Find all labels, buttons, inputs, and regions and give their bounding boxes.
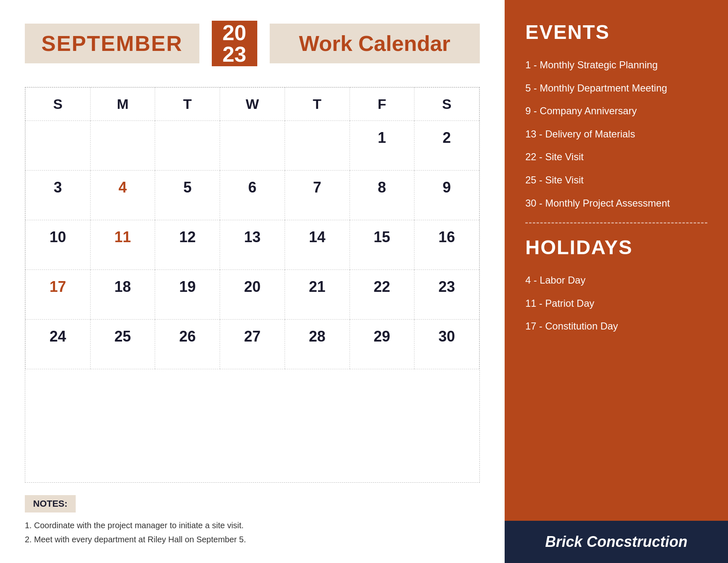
day-of-week-header: S — [26, 88, 91, 121]
calendar-header: SEPTEMBER 20 23 Work Calendar — [25, 21, 480, 66]
calendar-day-cell[interactable]: 6 — [220, 171, 285, 220]
calendar-day-cell[interactable]: 29 — [350, 320, 414, 369]
calendar-day-cell[interactable]: 16 — [414, 220, 479, 270]
year-top: 20 — [223, 22, 247, 43]
section-divider — [525, 222, 707, 224]
month-title-box: SEPTEMBER — [25, 24, 199, 63]
notes-section: NOTES: 1. Coordinate with the project ma… — [25, 495, 480, 546]
day-of-week-header: F — [350, 88, 414, 121]
day-of-week-header: S — [414, 88, 479, 121]
sidebar: EVENTS 1 - Monthly Strategic Planning5 -… — [505, 0, 728, 563]
calendar-day-cell[interactable]: 8 — [350, 171, 414, 220]
year-bottom: 23 — [223, 43, 247, 65]
calendar-day-cell[interactable]: 7 — [285, 171, 350, 220]
calendar-day-cell[interactable]: 23 — [414, 270, 479, 320]
calendar-week-row: 24252627282930 — [26, 320, 479, 369]
notes-label: NOTES: — [25, 495, 76, 512]
calendar-title: Work Calendar — [299, 31, 450, 56]
calendar-day-cell[interactable]: 2 — [414, 121, 479, 171]
calendar-day-cell[interactable]: 21 — [285, 270, 350, 320]
calendar-day-cell[interactable]: 3 — [26, 171, 91, 220]
calendar-day-cell[interactable]: 13 — [220, 220, 285, 270]
calendar-day-cell[interactable]: 28 — [285, 320, 350, 369]
main-section: SEPTEMBER 20 23 Work Calendar SMTWTFS 12… — [0, 0, 505, 563]
calendar-day-cell[interactable]: 19 — [155, 270, 220, 320]
calendar-day-cell[interactable]: 15 — [350, 220, 414, 270]
calendar-day-cell[interactable]: 24 — [26, 320, 91, 369]
calendar-day-cell[interactable]: 17 — [26, 270, 91, 320]
note-item: 2. Meet with every department at Riley H… — [25, 532, 480, 546]
month-label: SEPTEMBER — [41, 31, 183, 55]
calendar-day-cell[interactable]: 14 — [285, 220, 350, 270]
calendar-day-cell[interactable]: 27 — [220, 320, 285, 369]
event-item: 5 - Monthly Department Meeting — [525, 81, 707, 95]
day-of-week-header: W — [220, 88, 285, 121]
note-item: 1. Coordinate with the project manager t… — [25, 518, 480, 532]
notes-text: 1. Coordinate with the project manager t… — [25, 518, 480, 546]
calendar-day-cell[interactable] — [90, 121, 155, 171]
event-item: 25 - Site Visit — [525, 173, 707, 187]
holidays-title: HOLIDAYS — [525, 236, 707, 259]
company-name: Brick Concstruction — [545, 533, 687, 551]
calendar-week-row: 17181920212223 — [26, 270, 479, 320]
calendar-day-cell[interactable]: 9 — [414, 171, 479, 220]
calendar-day-cell[interactable] — [155, 121, 220, 171]
event-item: 22 - Site Visit — [525, 150, 707, 164]
event-item: 1 - Monthly Strategic Planning — [525, 58, 707, 72]
calendar-week-row: 12 — [26, 121, 479, 171]
calendar-grid: SMTWTFS 12345678910111213141516171819202… — [25, 87, 479, 369]
day-of-week-header: T — [155, 88, 220, 121]
calendar-day-cell[interactable]: 1 — [350, 121, 414, 171]
calendar-day-cell[interactable]: 25 — [90, 320, 155, 369]
calendar-title-box: Work Calendar — [270, 24, 480, 63]
calendar-day-cell[interactable] — [285, 121, 350, 171]
days-of-week-row: SMTWTFS — [26, 88, 479, 121]
events-title: EVENTS — [525, 21, 707, 43]
calendar-day-cell[interactable]: 5 — [155, 171, 220, 220]
events-list: 1 - Monthly Strategic Planning5 - Monthl… — [525, 58, 707, 210]
holiday-item: 11 - Patriot Day — [525, 296, 707, 310]
event-item: 30 - Monthly Project Assessment — [525, 196, 707, 210]
holidays-section: HOLIDAYS 4 - Labor Day11 - Patriot Day17… — [525, 236, 707, 333]
calendar-day-cell[interactable]: 30 — [414, 320, 479, 369]
calendar-day-cell[interactable]: 12 — [155, 220, 220, 270]
day-of-week-header: M — [90, 88, 155, 121]
holiday-item: 4 - Labor Day — [525, 273, 707, 287]
event-item: 9 - Company Anniversary — [525, 104, 707, 118]
calendar-day-cell[interactable] — [26, 121, 91, 171]
calendar-day-cell[interactable]: 4 — [90, 171, 155, 220]
holiday-item: 17 - Constitution Day — [525, 319, 707, 333]
calendar-day-cell[interactable]: 26 — [155, 320, 220, 369]
day-of-week-header: T — [285, 88, 350, 121]
holidays-list: 4 - Labor Day11 - Patriot Day17 - Consti… — [525, 273, 707, 333]
calendar-day-cell[interactable]: 18 — [90, 270, 155, 320]
calendar-week-row: 3456789 — [26, 171, 479, 220]
calendar-week-row: 10111213141516 — [26, 220, 479, 270]
company-footer: Brick Concstruction — [505, 521, 728, 563]
calendar-day-cell[interactable]: 20 — [220, 270, 285, 320]
calendar-day-cell[interactable]: 11 — [90, 220, 155, 270]
sidebar-events: EVENTS 1 - Monthly Strategic Planning5 -… — [505, 0, 728, 521]
calendar-day-cell[interactable] — [220, 121, 285, 171]
year-box: 20 23 — [212, 21, 257, 66]
calendar-day-cell[interactable]: 22 — [350, 270, 414, 320]
calendar-day-cell[interactable]: 10 — [26, 220, 91, 270]
event-item: 13 - Delivery of Materials — [525, 127, 707, 141]
calendar-wrapper: SMTWTFS 12345678910111213141516171819202… — [25, 87, 480, 483]
